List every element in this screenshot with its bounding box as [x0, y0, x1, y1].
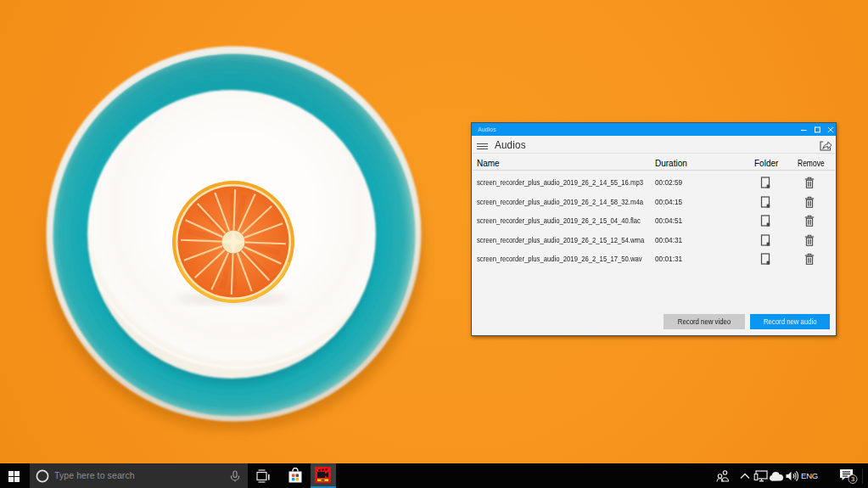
svg-text:3: 3 — [851, 475, 854, 483]
